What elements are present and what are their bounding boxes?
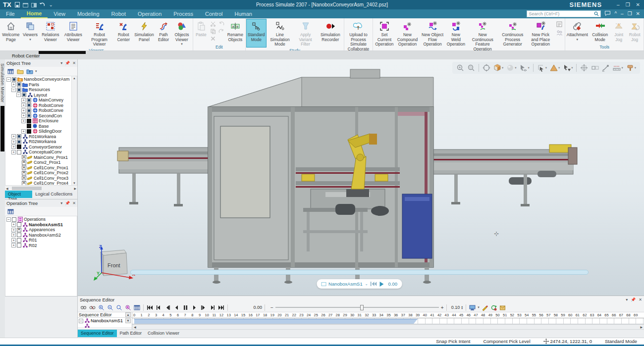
window-icon-1[interactable] [23, 2, 29, 8]
visibility-cursor-icon[interactable]: ▾ [518, 64, 530, 72]
visibility-checkbox[interactable] [27, 108, 31, 113]
object-tree-hscrollbar[interactable]: ◀▶ [5, 185, 77, 191]
expand-toggle-icon[interactable]: + [11, 82, 16, 87]
simulation-recorder-button[interactable]: Simulation Recorder [318, 19, 343, 48]
doc-close-icon[interactable]: ✕ [636, 11, 640, 16]
object-tree-item[interactable]: +R01Workarea [6, 134, 71, 140]
menu-tab-home[interactable]: Home [21, 9, 48, 18]
autohide-indicator[interactable] [0, 106, 4, 151]
feedback-icon[interactable] [605, 11, 610, 17]
qat-customize-icon[interactable]: ⌄ [48, 2, 54, 8]
object-tree-item[interactable]: +SecondCon [6, 113, 71, 119]
visibility-checkbox[interactable] [22, 93, 26, 97]
visibility-checkbox[interactable] [17, 134, 21, 139]
expand-toggle-icon[interactable]: − [6, 77, 11, 82]
menu-tab-control[interactable]: Control [199, 9, 228, 18]
object-tree-item[interactable]: +MainConvey [6, 98, 71, 103]
expand-toggle-icon[interactable]: + [11, 233, 16, 237]
menu-tab-operation[interactable]: Operation [132, 9, 167, 18]
operation-tree-item[interactable]: +NanoboxAsmS2 [6, 233, 71, 238]
jump-to-start-icon[interactable] [371, 282, 377, 286]
object-tree-item[interactable]: MainConv_Prox1 [6, 155, 71, 160]
dropdown-arrow-icon[interactable]: ▾ [29, 38, 31, 42]
new-compound-operation-button[interactable]: New Compound Operation [395, 19, 420, 51]
redo-icon[interactable] [218, 28, 225, 34]
object-tree-item[interactable]: Cell1Conv_Prox4 [6, 181, 71, 185]
time-interval-spinner[interactable]: 0.10▲▼ [451, 305, 463, 310]
display-style-icon[interactable]: ▾ [505, 64, 517, 72]
expand-toggle-icon[interactable]: + [21, 119, 26, 123]
operation-tree-item[interactable]: −Operations [6, 217, 71, 222]
object-tree-item[interactable]: +RobotConve [6, 103, 71, 108]
menu-tab-file[interactable]: File [0, 9, 21, 18]
zoom-in-icon[interactable] [455, 64, 465, 72]
center-view-icon[interactable] [482, 64, 491, 72]
object-tree-item[interactable]: +Parts [6, 82, 71, 88]
gantt-timeline[interactable]: 0123456789101112131415161718192021222324… [132, 312, 644, 329]
simulation-panel-button[interactable]: Simulation Panel [133, 19, 156, 48]
visibility-checkbox[interactable] [22, 176, 26, 180]
panel-menu-icon[interactable]: ▾ [626, 297, 628, 302]
expand-toggle-icon[interactable]: + [11, 238, 16, 243]
jog-icon[interactable] [601, 64, 611, 72]
expand-toggle-icon[interactable]: + [11, 228, 16, 232]
slider-plus[interactable]: + [441, 305, 444, 310]
cut-icon[interactable] [210, 20, 216, 27]
robot-program-viewer-button[interactable]: Robot Program Viewer [85, 19, 114, 48]
tab-collision-viewer[interactable]: Collision Viewer [145, 330, 182, 337]
tab-logical-collections-[interactable]: Logical Collections ... [32, 191, 77, 198]
expand-toggle-icon[interactable]: + [11, 134, 16, 139]
visibility-checkbox[interactable] [17, 222, 21, 227]
doc-minimize-icon[interactable]: – [621, 11, 624, 16]
visibility-checkbox[interactable] [17, 243, 21, 247]
attributes-viewer-button[interactable]: Attributes Viewer [62, 19, 85, 48]
visibility-checkbox[interactable] [17, 145, 21, 149]
expand-toggle-icon[interactable]: + [11, 150, 16, 154]
object-tree-vscrollbar[interactable]: ▲▼ [71, 76, 77, 185]
visibility-checkbox[interactable] [17, 140, 21, 144]
visibility-checkbox[interactable] [22, 155, 26, 159]
measure-icon[interactable]: ▾ [612, 64, 624, 72]
link-operations-icon[interactable] [80, 304, 87, 311]
pick-intent-status[interactable]: Snap Pick Intent [436, 339, 470, 344]
object-tree-item[interactable]: Cell1Conv_Prox1 [6, 165, 71, 171]
object-tree-item[interactable]: −Resources [6, 87, 71, 93]
collapse-ribbon-icon[interactable]: ^ [614, 11, 617, 16]
visibility-checkbox[interactable] [27, 103, 31, 107]
set-current-operation-button[interactable]: Set Current Operation [374, 19, 395, 51]
window-icon-2[interactable] [31, 2, 37, 8]
visibility-checkbox[interactable] [17, 233, 21, 237]
pick-filter-icon[interactable]: ▾ [562, 64, 574, 72]
pick-intent-icon[interactable]: ▾ [536, 64, 548, 72]
visibility-checkbox[interactable] [27, 113, 31, 118]
play-backward-icon[interactable] [173, 304, 180, 311]
expand-toggle-icon[interactable]: + [21, 103, 26, 107]
doc-restore-icon[interactable]: ❐ [628, 11, 632, 16]
simulation-progress-slider[interactable] [130, 270, 589, 275]
menu-tab-modeling[interactable]: Modeling [71, 9, 106, 18]
sequence-row[interactable]: −NanoboxAsmS1▼ [78, 318, 132, 324]
dropdown-arrow-icon[interactable]: ▾ [577, 38, 579, 42]
zoom-out-icon[interactable] [107, 304, 114, 311]
visibility-checkbox[interactable] [12, 217, 16, 222]
expand-toggle-icon[interactable]: + [21, 98, 26, 102]
view-orientation-icon[interactable]: ▾ [492, 64, 504, 72]
panel-close-icon[interactable]: ✕ [72, 201, 76, 205]
toolbar-dropdown-icon[interactable]: ▾ [35, 69, 37, 73]
minimize-button[interactable]: – [617, 2, 620, 7]
step-to-start-icon[interactable] [155, 304, 162, 311]
relations-viewer-button[interactable]: Relations Viewer [39, 19, 62, 48]
visibility-checkbox[interactable] [22, 181, 26, 185]
save-icon[interactable] [14, 2, 20, 8]
expand-toggle-icon[interactable]: + [21, 113, 26, 118]
visibility-checkbox[interactable] [22, 160, 26, 165]
tree-filter-icon[interactable] [7, 208, 14, 215]
play-icon[interactable] [379, 282, 384, 287]
operation-tree-item[interactable]: +R02 [6, 243, 71, 248]
screen-record-icon[interactable] [469, 304, 476, 311]
expand-toggle-icon[interactable]: + [11, 222, 16, 227]
pencil-edit-icon[interactable] [481, 304, 488, 311]
delete-icon[interactable] [210, 35, 216, 42]
object-tree-item[interactable]: +SlidingDoor [6, 129, 71, 134]
view-cube[interactable]: Front Z X Y [86, 243, 135, 284]
